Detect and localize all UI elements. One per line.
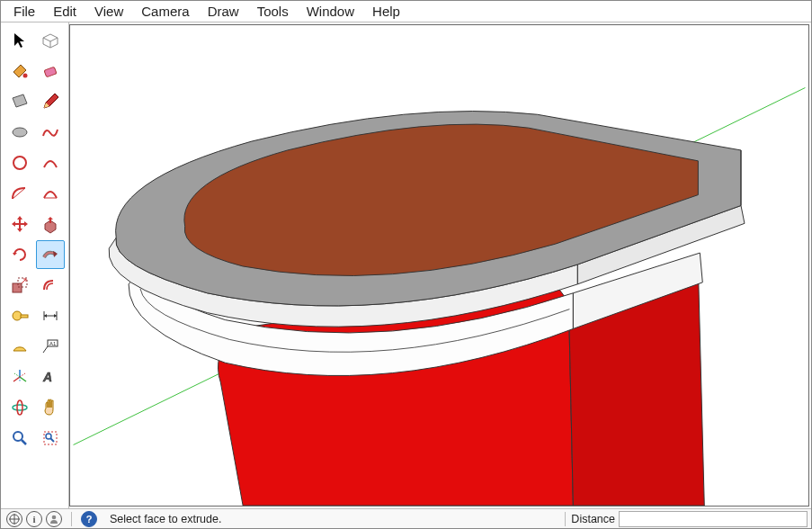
orbit-icon	[10, 398, 30, 417]
help-icon[interactable]: ?	[81, 511, 97, 527]
polygon-icon	[10, 153, 30, 173]
3d-text-tool[interactable]: A	[36, 363, 65, 391]
paint-bucket-tool[interactable]	[5, 57, 34, 85]
main-area: A1 A	[1, 22, 811, 508]
zoom-extents-icon	[40, 428, 60, 448]
svg-rect-8	[21, 315, 28, 318]
rectangle-icon	[10, 92, 30, 112]
svg-line-17	[20, 377, 26, 381]
component-tool[interactable]	[36, 26, 65, 55]
eraser-tool[interactable]	[36, 57, 65, 85]
svg-point-0	[22, 74, 27, 78]
magnifier-icon	[10, 428, 30, 448]
svg-point-3	[13, 157, 26, 169]
3d-text-icon: A	[40, 367, 60, 387]
protractor-icon	[10, 336, 30, 356]
component-icon	[40, 31, 60, 50]
tape-measure-tool[interactable]	[5, 301, 34, 330]
user-icon[interactable]	[46, 511, 62, 527]
text-label-tool[interactable]: A1	[36, 332, 65, 361]
orbit-tool[interactable]	[5, 393, 34, 422]
menu-draw[interactable]: Draw	[199, 2, 248, 21]
menu-bar: File Edit View Camera Draw Tools Window …	[1, 1, 811, 22]
svg-point-24	[13, 432, 22, 441]
offset-tool[interactable]	[36, 271, 65, 300]
tool-palette: A1 A	[1, 22, 69, 508]
line-tool[interactable]	[36, 87, 65, 116]
model-viewport[interactable]	[69, 24, 809, 507]
dimension-icon	[40, 306, 60, 326]
circle-icon	[10, 122, 30, 142]
axes-tool[interactable]	[5, 363, 34, 391]
curve-tool-2[interactable]	[36, 179, 65, 208]
svg-line-19	[20, 373, 25, 377]
menu-tools[interactable]: Tools	[248, 2, 298, 21]
credits-icon[interactable]: i	[26, 511, 42, 527]
curve1-icon	[10, 184, 30, 203]
status-divider	[71, 512, 72, 526]
svg-point-22	[13, 405, 27, 410]
select-tool[interactable]	[5, 26, 34, 55]
svg-rect-1	[43, 67, 56, 77]
svg-point-2	[13, 128, 27, 137]
curve-tool-1[interactable]	[5, 179, 34, 208]
zoom-tool[interactable]	[5, 424, 34, 453]
rotate-tool[interactable]	[5, 240, 34, 269]
scale-icon	[10, 275, 30, 295]
eraser-icon	[40, 61, 60, 81]
zoom-extents-tool[interactable]	[36, 424, 65, 453]
status-bar: i ? Select face to extrude. Distance	[1, 508, 811, 528]
move-icon	[10, 214, 30, 234]
svg-line-14	[43, 346, 48, 353]
move-tool[interactable]	[5, 210, 34, 238]
text-label-icon: A1	[40, 336, 60, 356]
svg-point-33	[52, 515, 57, 519]
arc-icon	[40, 153, 60, 173]
distance-input[interactable]	[619, 511, 808, 527]
rectangle-tool[interactable]	[5, 87, 34, 116]
circle-tool[interactable]	[5, 118, 34, 147]
menu-edit[interactable]: Edit	[44, 2, 85, 21]
pencil-icon	[40, 92, 60, 112]
status-hint: Select face to extrude.	[103, 513, 559, 525]
menu-help[interactable]: Help	[363, 2, 409, 21]
protractor-tool[interactable]	[5, 332, 34, 361]
svg-text:A1: A1	[49, 341, 57, 346]
model-scene	[70, 25, 808, 506]
curve2-icon	[40, 184, 60, 203]
svg-line-28	[50, 438, 54, 442]
freehand-icon	[40, 122, 60, 142]
svg-point-23	[17, 400, 22, 415]
follow-me-icon	[40, 245, 60, 264]
svg-rect-5	[13, 283, 22, 292]
menu-view[interactable]: View	[85, 2, 132, 21]
dimension-tool[interactable]	[36, 301, 65, 330]
axes-icon	[10, 367, 30, 387]
svg-line-16	[13, 377, 20, 381]
scale-tool[interactable]	[5, 271, 34, 300]
pan-tool[interactable]	[36, 393, 65, 422]
svg-line-20	[14, 373, 20, 377]
follow-me-tool[interactable]	[36, 240, 65, 269]
offset-icon	[40, 275, 60, 295]
status-divider-2	[565, 512, 566, 526]
push-pull-icon	[40, 214, 60, 234]
paint-bucket-icon	[10, 61, 30, 81]
cursor-arrow-icon	[11, 31, 29, 49]
menu-file[interactable]: File	[4, 2, 44, 21]
menu-camera[interactable]: Camera	[132, 2, 198, 21]
distance-label: Distance	[571, 513, 615, 525]
hand-icon	[40, 398, 60, 417]
svg-line-25	[22, 440, 26, 444]
push-pull-tool[interactable]	[36, 210, 65, 238]
polygon-tool[interactable]	[5, 148, 34, 177]
arc-tool[interactable]	[36, 148, 65, 177]
rotate-icon	[10, 245, 30, 264]
tape-icon	[10, 306, 30, 326]
freehand-tool[interactable]	[36, 118, 65, 147]
menu-window[interactable]: Window	[298, 2, 363, 21]
geo-location-icon[interactable]	[6, 511, 22, 527]
svg-text:A: A	[42, 370, 52, 384]
